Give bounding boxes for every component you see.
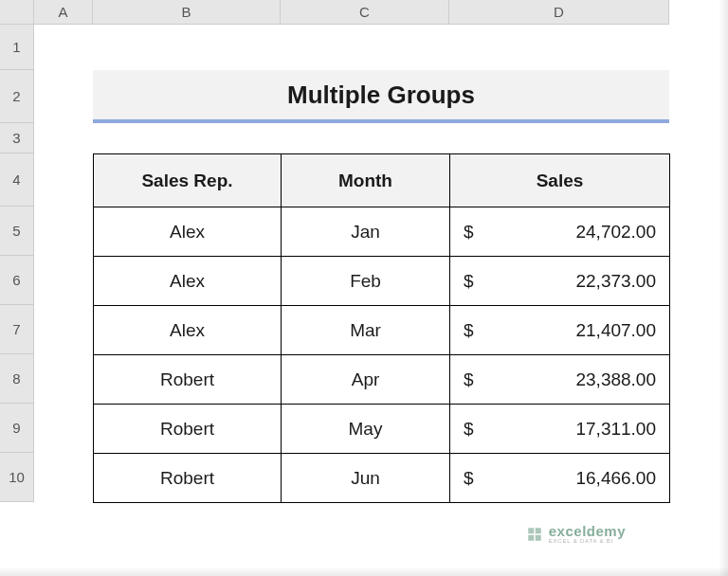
sales-amount: 21,407.00 xyxy=(575,320,656,341)
cell-month[interactable]: May xyxy=(282,405,450,454)
cell-month[interactable]: Mar xyxy=(282,306,450,355)
sales-amount: 16,466.00 xyxy=(575,468,656,489)
cell-sales[interactable]: $17,311.00 xyxy=(450,405,670,454)
row-headers: 1 2 3 4 5 6 7 8 9 10 xyxy=(0,25,34,502)
col-header-a[interactable]: A xyxy=(34,0,93,25)
row-header-7[interactable]: 7 xyxy=(0,305,34,354)
table-row: Alex Jan $24,702.00 xyxy=(94,207,670,257)
cell-sales[interactable]: $16,466.00 xyxy=(450,454,670,503)
col-header-c[interactable]: C xyxy=(281,0,449,25)
watermark-sub: EXCEL & DATA & BI xyxy=(549,538,626,544)
watermark: exceldemy EXCEL & DATA & BI xyxy=(526,524,626,544)
col-header-b[interactable]: B xyxy=(93,0,281,25)
sales-table: Sales Rep. Month Sales Alex Jan $24,702.… xyxy=(93,153,670,503)
currency-label: $ xyxy=(464,419,474,440)
row-header-4[interactable]: 4 xyxy=(0,153,34,207)
currency-label: $ xyxy=(464,320,474,341)
row-header-1[interactable]: 1 xyxy=(0,25,34,70)
cell-sales[interactable]: $21,407.00 xyxy=(450,306,670,355)
row-header-2[interactable]: 2 xyxy=(0,70,34,123)
table-row: Alex Feb $22,373.00 xyxy=(94,257,670,306)
cell-rep[interactable]: Robert xyxy=(94,454,282,503)
watermark-main: exceldemy xyxy=(549,524,626,538)
sales-amount: 22,373.00 xyxy=(575,271,656,292)
currency-label: $ xyxy=(464,222,474,243)
row-header-9[interactable]: 9 xyxy=(0,404,34,453)
logo-icon xyxy=(526,526,543,543)
col-header-d[interactable]: D xyxy=(449,0,669,25)
header-sales-rep[interactable]: Sales Rep. xyxy=(94,154,282,207)
cell-rep[interactable]: Alex xyxy=(94,207,282,257)
table-row: Robert Apr $23,388.00 xyxy=(94,355,670,405)
cell-rep[interactable]: Alex xyxy=(94,306,282,355)
row-header-8[interactable]: 8 xyxy=(0,354,34,404)
row-header-3[interactable]: 3 xyxy=(0,123,34,153)
grid-area[interactable]: Multiple Groups Sales Rep. Month Sales A… xyxy=(34,25,728,576)
sales-amount: 17,311.00 xyxy=(575,419,656,440)
currency-label: $ xyxy=(464,468,474,489)
currency-label: $ xyxy=(464,271,474,292)
table-row: Robert Jun $16,466.00 xyxy=(94,454,670,503)
header-month[interactable]: Month xyxy=(282,154,450,207)
cell-rep[interactable]: Alex xyxy=(94,257,282,306)
sales-amount: 23,388.00 xyxy=(575,369,656,390)
currency-label: $ xyxy=(464,369,474,390)
table-row: Robert May $17,311.00 xyxy=(94,405,670,454)
row-header-10[interactable]: 10 xyxy=(0,453,34,502)
cell-sales[interactable]: $22,373.00 xyxy=(450,257,670,306)
cell-sales[interactable]: $23,388.00 xyxy=(450,355,670,405)
cell-rep[interactable]: Robert xyxy=(94,405,282,454)
row-header-6[interactable]: 6 xyxy=(0,256,34,305)
page-title: Multiple Groups xyxy=(93,70,669,123)
cell-month[interactable]: Jun xyxy=(282,454,450,503)
table-header-row: Sales Rep. Month Sales xyxy=(94,154,670,207)
header-sales[interactable]: Sales xyxy=(450,154,670,207)
sales-amount: 24,702.00 xyxy=(575,222,656,243)
spreadsheet: A B C D 1 2 3 4 5 6 7 8 9 10 Multiple Gr… xyxy=(0,0,728,576)
cell-month[interactable]: Apr xyxy=(282,355,450,405)
cell-sales[interactable]: $24,702.00 xyxy=(450,207,670,257)
table-row: Alex Mar $21,407.00 xyxy=(94,306,670,355)
row-header-5[interactable]: 5 xyxy=(0,207,34,256)
cell-month[interactable]: Feb xyxy=(282,257,450,306)
column-headers: A B C D xyxy=(34,0,669,25)
select-all-corner[interactable] xyxy=(0,0,34,25)
cell-rep[interactable]: Robert xyxy=(94,355,282,405)
cell-month[interactable]: Jan xyxy=(282,207,450,257)
